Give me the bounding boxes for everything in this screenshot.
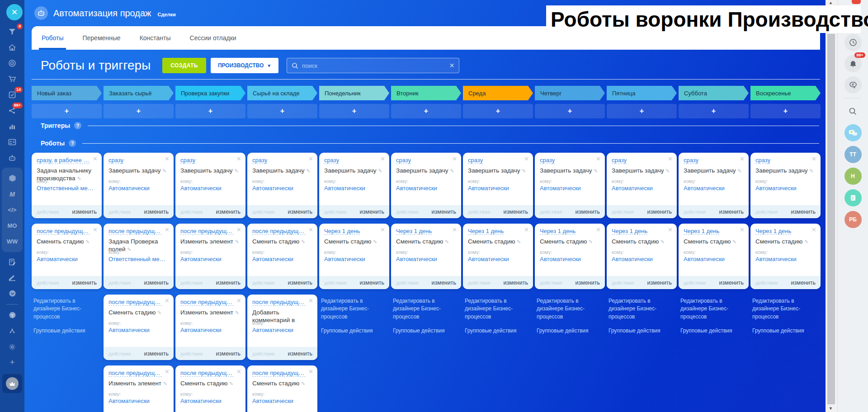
sign-pen-icon[interactable] <box>0 270 24 286</box>
edit-robot-link[interactable]: изменить <box>144 351 169 357</box>
actions-menu-link[interactable]: действия <box>540 280 562 286</box>
add-menu-item-icon[interactable]: + <box>0 355 24 370</box>
edit-pencil-icon[interactable]: ✎ <box>85 239 90 244</box>
add-robot-button[interactable]: + <box>750 104 821 118</box>
robot-when-link[interactable]: сразу <box>252 157 267 164</box>
actions-menu-link[interactable]: действия <box>684 280 706 286</box>
edit-pencil-icon[interactable]: ✎ <box>301 381 305 386</box>
edit-robot-link[interactable]: изменить <box>576 209 600 215</box>
close-icon[interactable]: ✕ <box>236 298 241 304</box>
edit-pencil-icon[interactable]: ✎ <box>809 168 813 173</box>
assignee-link[interactable]: Автоматически <box>180 256 222 262</box>
close-icon[interactable]: ✕ <box>165 369 170 375</box>
edit-pencil-icon[interactable]: ✎ <box>522 168 526 173</box>
robot-card[interactable]: после предыдущего, п...✕Задача Проверка … <box>104 224 174 289</box>
robot-card[interactable]: сразу✕Завершить задачу ✎кому:Автоматичес… <box>607 153 677 218</box>
robot-when-link[interactable]: Через 1 день <box>755 228 791 235</box>
robot-when-link[interactable]: Через 1 день <box>684 228 719 235</box>
app-ww-icon[interactable]: WW <box>2 234 23 249</box>
stage-header[interactable]: Суббота <box>679 86 749 100</box>
assignee-link[interactable]: Автоматически <box>396 185 437 192</box>
actions-menu-link[interactable]: действия <box>755 209 778 215</box>
chart-icon[interactable] <box>0 118 24 134</box>
edit-pencil-icon[interactable]: ✎ <box>306 168 310 173</box>
close-icon[interactable]: ✕ <box>236 227 241 233</box>
cart-icon[interactable] <box>0 71 24 87</box>
edit-robot-link[interactable]: изменить <box>432 209 456 215</box>
edit-robot-link[interactable]: изменить <box>504 209 528 215</box>
assignee-link[interactable]: Автоматически <box>252 327 293 333</box>
edit-pencil-icon[interactable]: ✎ <box>445 239 449 244</box>
close-icon[interactable]: ✕ <box>308 156 313 162</box>
edit-robot-link[interactable]: изменить <box>791 280 816 286</box>
stage-header[interactable]: Среда <box>463 86 533 100</box>
chat-dialog-icon[interactable] <box>844 76 862 94</box>
close-icon[interactable]: ✕ <box>308 369 313 375</box>
edit-pencil-icon[interactable]: ✎ <box>157 310 161 315</box>
target-icon[interactable] <box>0 55 24 71</box>
assignee-link[interactable]: Автоматически <box>612 256 653 262</box>
assignee-link[interactable]: Автоматически <box>180 398 222 404</box>
actions-menu-link[interactable]: действия <box>180 280 203 286</box>
robot-card[interactable]: Через 1 день✕Сменить стадию ✎кому:Автома… <box>463 224 533 289</box>
tab-переменные[interactable]: Переменные <box>82 26 120 50</box>
assignee-link[interactable]: Автоматически <box>396 256 437 262</box>
scrollbar-thumb[interactable] <box>827 34 835 404</box>
close-icon[interactable]: ✕ <box>93 227 98 233</box>
edit-pencil-icon[interactable]: ✎ <box>163 381 167 386</box>
designer-link[interactable]: Редактировать в дизайнере Бизнес-процесс… <box>537 297 603 321</box>
assignee-link[interactable]: Автоматически <box>755 185 797 192</box>
actions-menu-link[interactable]: действия <box>252 209 274 215</box>
assignee-link[interactable]: Автоматически <box>540 185 581 192</box>
edit-robot-link[interactable]: изменить <box>791 209 816 215</box>
robot-when-link[interactable]: после предыдущего, п... <box>252 228 306 235</box>
close-icon[interactable]: ✕ <box>811 227 816 233</box>
actions-menu-link[interactable]: действия <box>108 351 131 356</box>
close-icon[interactable]: ✕ <box>596 227 601 233</box>
actions-menu-link[interactable]: действия <box>612 280 634 286</box>
edit-robot-link[interactable]: изменить <box>504 280 528 286</box>
assignee-link[interactable]: Автоматически <box>108 398 150 404</box>
edit-robot-link[interactable]: изменить <box>216 280 241 286</box>
robot-when-link[interactable]: сразу <box>684 157 698 164</box>
close-icon[interactable]: ✕ <box>165 298 170 304</box>
robot-when-link[interactable]: после предыдущего, п... <box>108 299 162 306</box>
group-actions-link[interactable]: Групповые действия <box>393 327 459 335</box>
robot-card[interactable]: сразу✕Завершить задачу ✎кому:Автоматичес… <box>175 153 245 218</box>
robot-card[interactable]: сразу✕Завершить задачу ✎кому:Автоматичес… <box>463 153 533 218</box>
robot-card[interactable]: сразу✕Завершить задачу ✎кому:Автоматичес… <box>104 153 174 218</box>
robot-when-link[interactable]: сразу <box>540 157 555 164</box>
tab-роботы[interactable]: Роботы <box>42 26 63 50</box>
group-actions-link[interactable]: Групповые действия <box>680 327 747 335</box>
robot-when-link[interactable]: сразу <box>324 157 339 164</box>
actions-menu-link[interactable]: действия <box>755 280 778 286</box>
add-robot-button[interactable]: + <box>104 104 174 118</box>
robot-when-link[interactable]: после предыдущего, п... <box>252 370 306 377</box>
document-edit-icon[interactable] <box>0 254 24 270</box>
edit-robot-link[interactable]: изменить <box>144 280 169 286</box>
robot-when-link[interactable]: Через 1 день <box>324 228 360 235</box>
edit-robot-link[interactable]: изменить <box>216 351 241 357</box>
search-input[interactable] <box>302 62 449 69</box>
cube-app-icon[interactable] <box>2 170 23 186</box>
robot-when-link[interactable]: после предыдущего, п... <box>180 370 234 377</box>
close-icon[interactable]: ✕ <box>668 227 673 233</box>
scroll-up-arrow[interactable]: ▲ <box>829 0 833 5</box>
edit-pencil-icon[interactable]: ✎ <box>235 310 239 315</box>
robot-card[interactable]: после предыдущего✕Сменить стадию ✎кому:А… <box>32 224 102 289</box>
edit-robot-link[interactable]: изменить <box>719 280 744 286</box>
tab-сессии-отладки[interactable]: Сессии отладки <box>190 26 236 50</box>
stage-header[interactable]: Проверка закупки <box>175 86 245 100</box>
edit-robot-link[interactable]: изменить <box>72 209 97 215</box>
robot-when-link[interactable]: после предыдущего, п... <box>108 228 162 235</box>
assignee-link[interactable]: Ответственный мен... <box>108 256 167 262</box>
add-robot-button[interactable]: + <box>607 104 677 118</box>
time-history-icon[interactable] <box>844 34 862 51</box>
assignee-link[interactable]: Автоматически <box>252 185 293 192</box>
edit-pencil-icon[interactable]: ✎ <box>450 168 454 173</box>
robot-when-link[interactable]: Через 1 день <box>612 228 647 235</box>
edit-pencil-icon[interactable]: ✎ <box>732 239 736 244</box>
actions-menu-link[interactable]: действия <box>396 280 418 286</box>
edit-robot-link[interactable]: изменить <box>360 280 384 286</box>
edit-robot-link[interactable]: изменить <box>360 209 384 215</box>
